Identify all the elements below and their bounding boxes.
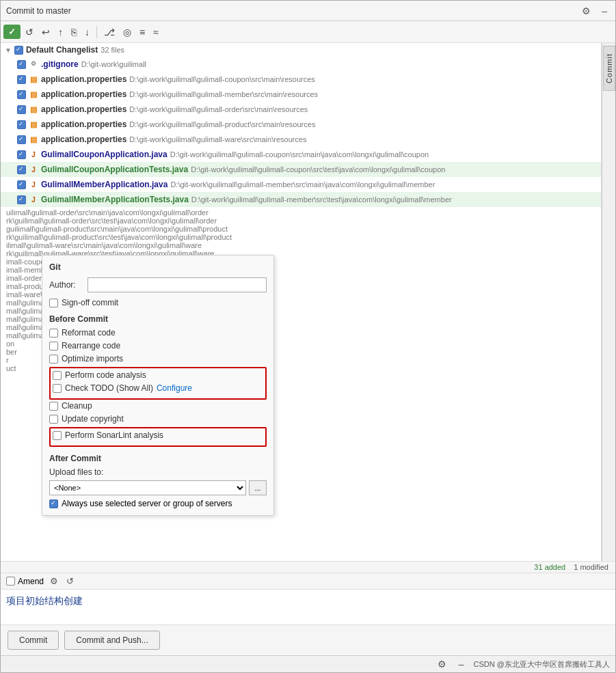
reformat-checkbox[interactable] <box>49 329 58 338</box>
toolbar: ✓ ↺ ↩ ↑ ⎘ ↓ ⎇ ◎ ≡ ≈ <box>1 21 615 43</box>
copy-button[interactable]: ⎘ <box>68 25 80 40</box>
file-name: application.properties <box>41 118 126 131</box>
file-checkbox[interactable] <box>17 75 26 84</box>
file-checkbox[interactable] <box>17 90 26 99</box>
title-bar-controls: ⚙ – <box>579 4 610 18</box>
bottom-status-bar: ⚙ – CSDN @东北亚大中华区首席搬砖工具人 <box>1 655 615 672</box>
changelist-count: 32 files <box>101 46 124 54</box>
commit-message-input[interactable]: 项目初始结构创建 <box>3 592 613 620</box>
checkmark-button[interactable]: ✓ <box>3 25 21 39</box>
refresh-button[interactable]: ↺ <box>22 25 37 40</box>
file-checkbox[interactable] <box>17 120 26 129</box>
file-path-item: rk\guilimall\gulimall-order\src\test\jav… <box>6 217 595 225</box>
commit-sidebar-tab[interactable]: Commit <box>603 46 615 91</box>
filter-button[interactable]: ≈ <box>150 25 162 40</box>
file-path: D:\git-work\guilimall <box>81 59 146 70</box>
configure-link[interactable]: Configure <box>157 383 192 393</box>
commit-button[interactable]: Commit <box>8 631 59 650</box>
rearrange-checkbox[interactable] <box>49 342 58 351</box>
file-checkbox[interactable] <box>17 165 26 174</box>
file-item[interactable]: ▤ application.properties D:\git-work\gui… <box>1 87 601 102</box>
file-path: D:\git-work\guilimall\gulimall-member\sr… <box>170 179 435 191</box>
file-checkbox[interactable] <box>17 195 26 204</box>
properties-icon: ▤ <box>29 135 38 144</box>
java-icon: J <box>29 150 38 159</box>
action-buttons: Commit Commit and Push... <box>1 624 615 655</box>
upload-button[interactable]: ↑ <box>55 25 66 40</box>
file-checkbox[interactable] <box>17 150 26 159</box>
file-item[interactable]: ▤ application.properties D:\git-work\gui… <box>1 117 601 132</box>
file-name: application.properties <box>41 73 126 85</box>
optimize-checkbox[interactable] <box>49 355 58 363</box>
amend-checkbox-group: Amend <box>6 577 44 586</box>
branch-button[interactable]: ⎇ <box>101 25 118 40</box>
amend-checkbox[interactable] <box>6 577 15 586</box>
upload-row: Upload files to: <box>49 467 267 477</box>
upload-label: Upload files to: <box>49 467 103 477</box>
cleanup-row: Cleanup <box>49 401 267 411</box>
after-commit-section: After Commit Upload files to: <None> ...… <box>49 454 267 508</box>
file-path: D:\git-work\guilimall\gulimall-coupon\sr… <box>170 149 429 161</box>
file-checkbox[interactable] <box>17 135 26 144</box>
file-path-item: uilimall\gulimall-order\src\main\java\co… <box>6 208 595 217</box>
todo-checkbox[interactable] <box>53 384 62 393</box>
eye-button[interactable]: ◎ <box>120 25 135 40</box>
sonarlint-checkbox[interactable] <box>53 431 62 440</box>
reformat-row: Reformat code <box>49 328 267 338</box>
settings-button[interactable]: ⚙ <box>579 4 593 18</box>
bottom-minimize-button[interactable]: – <box>456 657 467 671</box>
bottom-settings-button[interactable]: ⚙ <box>435 657 449 671</box>
window-title: Commit to master <box>6 6 71 16</box>
content-area: ▼ Default Changelist 32 files ⚙ .gitigno… <box>1 43 615 561</box>
file-checkbox[interactable] <box>17 105 26 114</box>
always-use-checkbox[interactable] <box>49 499 58 508</box>
file-path: D:\git-work\guilimall\gulimall-product\s… <box>129 119 315 131</box>
copyright-label: Update copyright <box>62 414 124 424</box>
file-name: .gitignore <box>41 58 79 70</box>
cleanup-checkbox[interactable] <box>49 402 58 411</box>
file-item[interactable]: J GulimallMemberApplication.java D:\git-… <box>1 177 601 192</box>
align-button[interactable]: ≡ <box>136 25 148 40</box>
file-item[interactable]: ▤ application.properties D:\git-work\gui… <box>1 102 601 117</box>
signoff-label: Sign-off commit <box>62 298 118 307</box>
file-name: GulimallMemberApplicationTests.java <box>41 193 189 206</box>
java-icon: J <box>29 195 38 204</box>
properties-icon: ▤ <box>29 90 38 99</box>
git-panel: Git Author: Sign-off commit Before Commi… <box>42 255 274 516</box>
file-checkbox[interactable] <box>17 180 26 189</box>
java-icon: J <box>29 165 38 174</box>
title-bar: Commit to master ⚙ – <box>1 1 615 21</box>
before-commit-title: Before Commit <box>49 314 267 324</box>
copyright-checkbox[interactable] <box>49 415 58 424</box>
properties-icon: ▤ <box>29 120 38 129</box>
signoff-checkbox[interactable] <box>49 299 58 307</box>
properties-icon: ▤ <box>29 105 38 114</box>
changelist-checkbox[interactable] <box>14 46 23 55</box>
amend-settings-button[interactable]: ⚙ <box>48 575 60 587</box>
code-analysis-row: Perform code analysis <box>53 370 263 380</box>
file-item[interactable]: ▤ application.properties D:\git-work\gui… <box>1 132 601 147</box>
amend-history-button[interactable]: ↺ <box>64 575 76 587</box>
download-button[interactable]: ↓ <box>81 25 93 40</box>
todo-label: Check TODO (Show All) <box>65 383 153 393</box>
author-input[interactable] <box>88 277 267 292</box>
file-checkbox[interactable] <box>17 60 26 69</box>
file-name: GulimallMemberApplication.java <box>41 178 168 191</box>
file-path: D:\git-work\guilimall\gulimall-coupon\sr… <box>129 74 314 85</box>
always-use-row: Always use selected server or group of s… <box>49 499 267 508</box>
status-bar: 31 added 1 modified <box>1 562 615 573</box>
copyright-row: Update copyright <box>49 414 267 424</box>
file-name: GulimallCouponApplicationTests.java <box>41 163 188 176</box>
upload-select[interactable]: <None> <box>49 480 246 495</box>
file-item[interactable]: J GulimallCouponApplicationTests.java D:… <box>1 162 601 177</box>
code-analysis-checkbox[interactable] <box>53 371 62 380</box>
file-item[interactable]: J GulimallMemberApplicationTests.java D:… <box>1 192 601 207</box>
minimize-button[interactable]: – <box>599 4 610 18</box>
commit-and-push-button[interactable]: Commit and Push... <box>64 631 159 650</box>
file-item[interactable]: ▤ application.properties D:\git-work\gui… <box>1 72 601 87</box>
file-path: D:\git-work\guilimall\gulimall-member\sr… <box>129 89 318 100</box>
file-item[interactable]: ⚙ .gitignore D:\git-work\guilimall <box>1 57 601 72</box>
undo-button[interactable]: ↩ <box>38 25 53 40</box>
file-item[interactable]: J GulimallCouponApplication.java D:\git-… <box>1 147 601 162</box>
upload-browse-button[interactable]: ... <box>249 480 267 495</box>
